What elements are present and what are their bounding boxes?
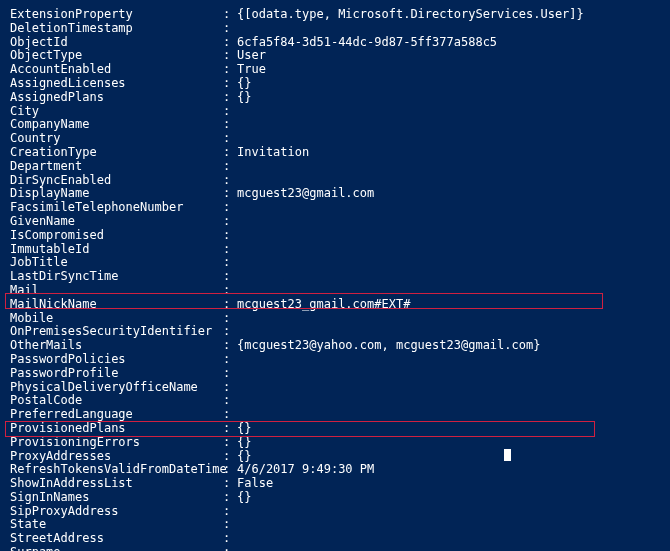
output-row: ObjectId:6cfa5f84-3d51-44dc-9d87-5ff377a… (10, 36, 660, 50)
property-name: State (10, 518, 223, 532)
output-row: PhysicalDeliveryOfficeName: (10, 381, 660, 395)
property-name: FacsimileTelephoneNumber (10, 201, 223, 215)
property-name: StreetAddress (10, 532, 223, 546)
powershell-output: ExtensionProperty:{[odata.type, Microsof… (10, 8, 660, 551)
property-name: ObjectId (10, 36, 223, 50)
property-name: RefreshTokensValidFromDateTime (10, 463, 223, 477)
property-name: PostalCode (10, 394, 223, 408)
output-row: City: (10, 105, 660, 119)
property-name: Surname (10, 546, 223, 551)
separator: : (223, 518, 237, 532)
property-name: Mobile (10, 312, 223, 326)
property-value (237, 22, 660, 36)
property-value (237, 546, 660, 551)
property-value: {} (237, 91, 660, 105)
separator: : (223, 201, 237, 215)
output-row: PasswordProfile: (10, 367, 660, 381)
property-value: True (237, 63, 660, 77)
output-row: Department: (10, 160, 660, 174)
separator: : (223, 77, 237, 91)
property-value (237, 160, 660, 174)
output-row: ExtensionProperty:{[odata.type, Microsof… (10, 8, 660, 22)
separator: : (223, 284, 237, 298)
property-name: LastDirSyncTime (10, 270, 223, 284)
property-value (237, 201, 660, 215)
output-row: DisplayName:mcguest23@gmail.com (10, 187, 660, 201)
property-name: SignInNames (10, 491, 223, 505)
separator: : (223, 174, 237, 188)
output-row: Mobile: (10, 312, 660, 326)
separator: : (223, 339, 237, 353)
property-name: Mail (10, 284, 223, 298)
separator: : (223, 270, 237, 284)
separator: : (223, 298, 237, 312)
property-name: ProxyAddresses (10, 450, 223, 464)
separator: : (223, 353, 237, 367)
output-row: ImmutableId: (10, 243, 660, 257)
output-row: GivenName: (10, 215, 660, 229)
property-name: City (10, 105, 223, 119)
property-value (237, 132, 660, 146)
property-name: DirSyncEnabled (10, 174, 223, 188)
output-row: SignInNames:{} (10, 491, 660, 505)
output-row: RefreshTokensValidFromDateTime:4/6/2017 … (10, 463, 660, 477)
property-value (237, 243, 660, 257)
property-name: OtherMails (10, 339, 223, 353)
output-row: FacsimileTelephoneNumber: (10, 201, 660, 215)
separator: : (223, 394, 237, 408)
property-value (237, 394, 660, 408)
property-name: DisplayName (10, 187, 223, 201)
property-name: ShowInAddressList (10, 477, 223, 491)
separator: : (223, 546, 237, 551)
separator: : (223, 8, 237, 22)
separator: : (223, 491, 237, 505)
property-value (237, 215, 660, 229)
output-row: ProvisionedPlans:{} (10, 422, 660, 436)
separator: : (223, 118, 237, 132)
property-value (237, 505, 660, 519)
separator: : (223, 91, 237, 105)
property-value (237, 325, 660, 339)
output-row: AssignedPlans:{} (10, 91, 660, 105)
property-name: JobTitle (10, 256, 223, 270)
property-value: 6cfa5f84-3d51-44dc-9d87-5ff377a588c5 (237, 36, 660, 50)
output-row: ShowInAddressList:False (10, 477, 660, 491)
output-row: OnPremisesSecurityIdentifier: (10, 325, 660, 339)
property-name: ProvisionedPlans (10, 422, 223, 436)
property-name: Department (10, 160, 223, 174)
output-row: Surname: (10, 546, 660, 551)
property-value (237, 532, 660, 546)
output-row: State: (10, 518, 660, 532)
separator: : (223, 505, 237, 519)
property-value (237, 353, 660, 367)
property-name: ObjectType (10, 49, 223, 63)
property-value: 4/6/2017 9:49:30 PM (237, 463, 660, 477)
property-value: {} (237, 491, 660, 505)
separator: : (223, 325, 237, 339)
output-row: Country: (10, 132, 660, 146)
output-row: MailNickName:mcguest23_gmail.com#EXT# (10, 298, 660, 312)
property-value: {} (237, 77, 660, 91)
output-row: PreferredLanguage: (10, 408, 660, 422)
output-row: ProxyAddresses:{} (10, 450, 660, 464)
property-value (237, 381, 660, 395)
property-name: DeletionTimestamp (10, 22, 223, 36)
separator: : (223, 381, 237, 395)
separator: : (223, 408, 237, 422)
property-value: {} (237, 436, 660, 450)
separator: : (223, 422, 237, 436)
property-value (237, 312, 660, 326)
property-name: AccountEnabled (10, 63, 223, 77)
separator: : (223, 256, 237, 270)
separator: : (223, 215, 237, 229)
separator: : (223, 36, 237, 50)
property-name: CompanyName (10, 118, 223, 132)
property-name: GivenName (10, 215, 223, 229)
output-row: AccountEnabled:True (10, 63, 660, 77)
separator: : (223, 146, 237, 160)
separator: : (223, 63, 237, 77)
property-name: AssignedLicenses (10, 77, 223, 91)
property-value (237, 105, 660, 119)
output-row: JobTitle: (10, 256, 660, 270)
property-name: ImmutableId (10, 243, 223, 257)
